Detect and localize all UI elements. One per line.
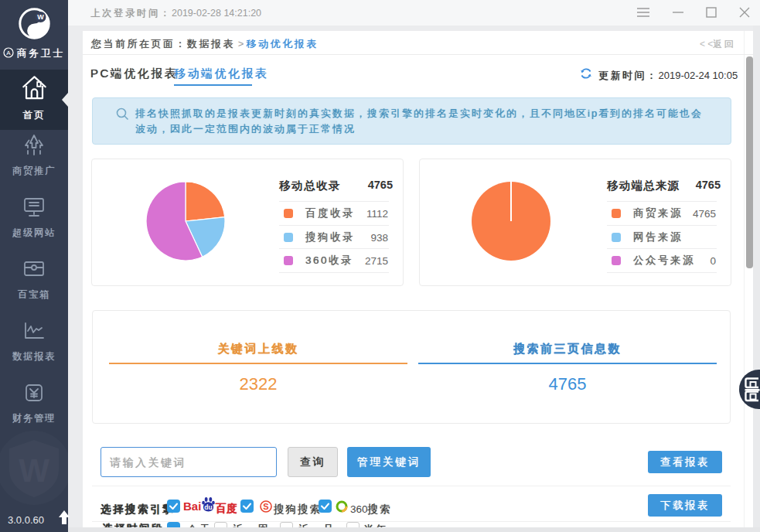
svg-text:du: du: [204, 503, 212, 511]
svg-text:S: S: [263, 502, 268, 511]
svg-text:W: W: [19, 452, 49, 489]
svg-text:A: A: [7, 49, 12, 56]
svg-text:W: W: [37, 13, 44, 21]
